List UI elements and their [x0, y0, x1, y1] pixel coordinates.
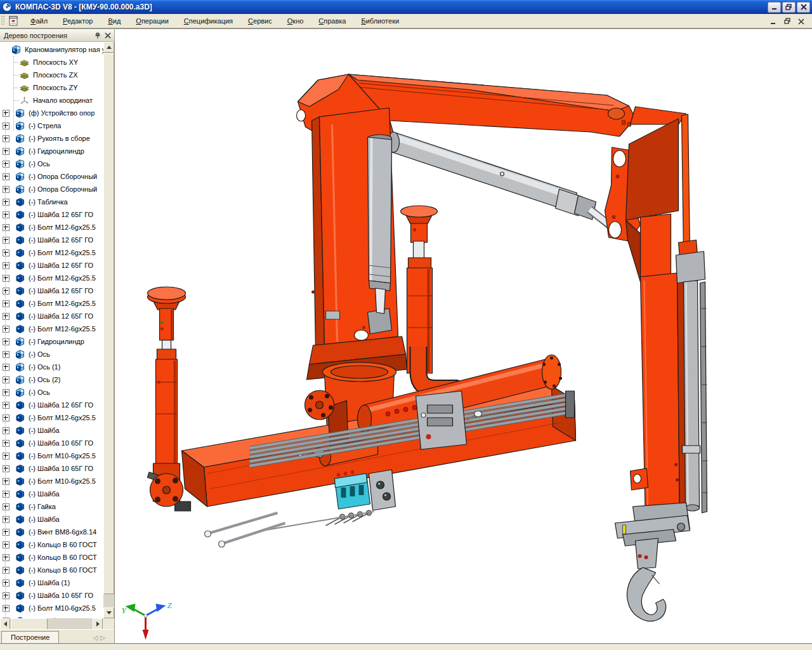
- tree-item[interactable]: (-) Шайба 12 65Г ГО: [0, 208, 103, 221]
- expand-toggle[interactable]: [3, 491, 10, 498]
- pin-icon[interactable]: [94, 32, 102, 39]
- tree-item[interactable]: (-) Табличка: [0, 196, 103, 208]
- tree-item[interactable]: (-) Шайба (1): [0, 576, 103, 589]
- expand-toggle[interactable]: [3, 148, 10, 155]
- tree-item[interactable]: (-) Шайба 10 65Г ГО: [0, 462, 103, 475]
- expand-toggle[interactable]: [3, 440, 10, 447]
- tree-item[interactable]: Плоскость ZX: [0, 69, 103, 81]
- menu-item-6[interactable]: Сервис: [240, 15, 280, 27]
- expand-toggle[interactable]: [3, 110, 10, 117]
- expand-toggle[interactable]: [3, 376, 10, 383]
- expand-toggle[interactable]: [3, 554, 10, 561]
- tree-item[interactable]: (-) Шайба 12 65Г ГО: [0, 284, 103, 297]
- tree-item[interactable]: (-) Шайба: [0, 488, 103, 500]
- expand-toggle[interactable]: [3, 249, 10, 256]
- tree-item[interactable]: (-) Болт М10-6gx25.5: [0, 449, 103, 462]
- menu-item-1[interactable]: Файл: [23, 15, 55, 27]
- scroll-down-button[interactable]: [103, 607, 114, 618]
- tree-item[interactable]: (-) Болт М10-6gx25.5: [0, 475, 103, 488]
- expand-toggle[interactable]: [3, 338, 10, 345]
- tree-item[interactable]: (-) Болт М12-6gx25.5: [0, 322, 103, 335]
- expand-toggle[interactable]: [3, 465, 10, 472]
- tree-item[interactable]: (-) Шайба 12 65Г ГО: [0, 259, 103, 272]
- menu-item-9[interactable]: Библиотеки: [354, 15, 407, 27]
- expand-toggle[interactable]: [3, 186, 10, 193]
- menu-item-5[interactable]: Спецификация: [176, 15, 240, 27]
- expand-toggle[interactable]: [3, 453, 10, 460]
- expand-toggle[interactable]: [3, 300, 10, 307]
- tree-item[interactable]: (-) Болт М12-6gx25.5: [0, 221, 103, 234]
- expand-toggle[interactable]: [3, 313, 10, 320]
- tree-item[interactable]: (-) Шайба 12 65Г ГО: [0, 310, 103, 322]
- tree-item[interactable]: (-) Болт М12-6gx25.5: [0, 272, 103, 284]
- tree-item[interactable]: (-) Гидроцилиндр: [0, 145, 103, 157]
- tree-item[interactable]: (-) Ось (1): [0, 361, 103, 373]
- tree-item[interactable]: (-) Болт М12-6gx25.5: [0, 411, 103, 424]
- expand-toggle[interactable]: [3, 605, 10, 612]
- scroll-up-button[interactable]: [103, 42, 114, 53]
- tree-item[interactable]: (-) Кольцо В 60 ГОСТ: [0, 564, 103, 576]
- scroll-thumb[interactable]: [11, 618, 48, 630]
- expand-toggle[interactable]: [3, 567, 10, 574]
- expand-toggle[interactable]: [3, 173, 10, 180]
- tree-item[interactable]: Краноманипулятор ная у: [0, 43, 103, 56]
- expand-toggle[interactable]: [3, 478, 10, 485]
- scroll-left-button[interactable]: [0, 618, 10, 630]
- expand-toggle[interactable]: [3, 123, 10, 129]
- child-restore-button[interactable]: [783, 17, 792, 25]
- expand-toggle[interactable]: [3, 135, 10, 142]
- tab-nav-arrows[interactable]: ◁▷: [93, 634, 114, 641]
- scroll-right-button[interactable]: [93, 618, 103, 630]
- tree-item[interactable]: (-) Рукоять в сборе: [0, 132, 103, 145]
- tree-item[interactable]: (-) Шайба 10 65Г ГО: [0, 589, 103, 602]
- tree-item[interactable]: (-) Кольцо В 60 ГОСТ: [0, 538, 103, 551]
- toolbar-grip[interactable]: [1, 16, 4, 26]
- tree-item[interactable]: (-) Болт М10-6gx25.5: [0, 602, 103, 614]
- tree-item[interactable]: (-) Ось (2): [0, 373, 103, 386]
- tree-item[interactable]: Плоскость XY: [0, 56, 103, 69]
- menu-item-7[interactable]: Окно: [280, 15, 311, 27]
- tree-item[interactable]: (-) Опора Сборочный: [0, 183, 103, 196]
- tree-item[interactable]: (-) Гайка: [0, 500, 103, 513]
- tree-vertical-scrollbar[interactable]: [103, 42, 114, 618]
- tree-item[interactable]: (-) Шайба 12 65Г ГО: [0, 234, 103, 246]
- menu-item-3[interactable]: Вид: [100, 15, 128, 27]
- tree-item[interactable]: Плоскость ZY: [0, 81, 103, 94]
- minimize-button[interactable]: [768, 2, 781, 13]
- expand-toggle[interactable]: [3, 237, 10, 244]
- menu-item-2[interactable]: Редактор: [55, 15, 100, 27]
- tree-item[interactable]: (-) Ось: [0, 348, 103, 361]
- panel-close-icon[interactable]: [104, 32, 112, 39]
- expand-toggle[interactable]: [3, 275, 10, 282]
- restore-button[interactable]: [782, 2, 796, 13]
- expand-toggle[interactable]: [3, 503, 10, 510]
- expand-toggle[interactable]: [3, 529, 10, 536]
- tree-item[interactable]: (-) Ось: [0, 157, 103, 170]
- menu-item-8[interactable]: Справка: [311, 15, 353, 27]
- tree-horizontal-scrollbar[interactable]: [0, 618, 103, 630]
- expand-toggle[interactable]: [3, 402, 10, 409]
- expand-toggle[interactable]: [3, 211, 10, 218]
- tab-construction[interactable]: Построение: [1, 631, 59, 644]
- tree-item[interactable]: (-) Болт М12-6gx25.5: [0, 246, 103, 259]
- tree-item[interactable]: (-) Гидроцилиндр: [0, 335, 103, 348]
- tree-item[interactable]: (ф) Устройство опор: [0, 107, 103, 119]
- expand-toggle[interactable]: [3, 541, 10, 548]
- expand-toggle[interactable]: [3, 415, 10, 421]
- tree-item[interactable]: (-) Кольцо В 60 ГОСТ: [0, 551, 103, 564]
- expand-toggle[interactable]: [3, 592, 10, 599]
- expand-toggle[interactable]: [3, 427, 10, 434]
- expand-toggle[interactable]: [3, 161, 10, 168]
- expand-toggle[interactable]: [3, 288, 10, 295]
- tree-item[interactable]: (-) Винт ВМ8-6gx8.14: [0, 526, 103, 538]
- tree-item[interactable]: (-) Болт М12-6gx25.5: [0, 297, 103, 310]
- menu-item-4[interactable]: Операции: [128, 15, 176, 27]
- close-button[interactable]: [797, 2, 810, 13]
- tree-item[interactable]: (-) Стрела: [0, 119, 103, 132]
- tree-item[interactable]: (-) Шайба 12 65Г ГО: [0, 399, 103, 411]
- tree-item[interactable]: (-) Шайба: [0, 513, 103, 526]
- expand-toggle[interactable]: [3, 326, 10, 333]
- expand-toggle[interactable]: [3, 580, 10, 587]
- expand-toggle[interactable]: [3, 224, 10, 231]
- child-close-button[interactable]: [797, 17, 806, 25]
